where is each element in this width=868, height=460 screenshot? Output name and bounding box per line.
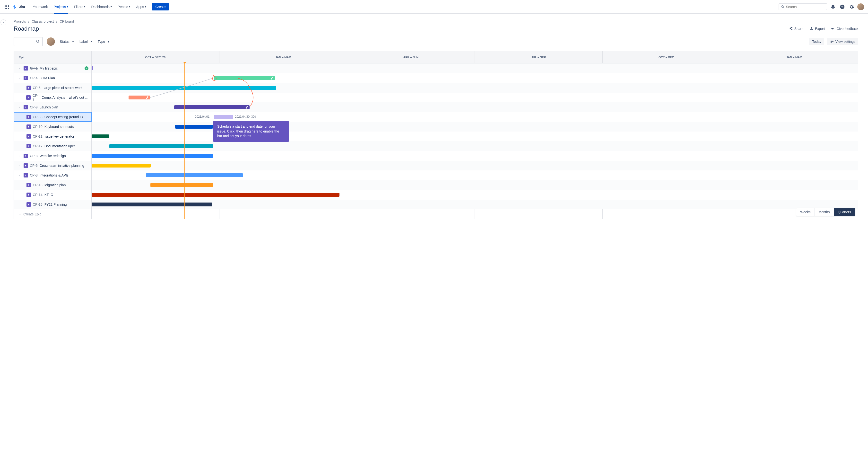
epic-cell[interactable]: ›CP-1My first epic✓: [14, 63, 92, 73]
epic-bar[interactable]: [92, 193, 339, 197]
epic-bar[interactable]: [92, 135, 109, 138]
epic-cell[interactable]: ›CP-9Launch plan: [14, 103, 92, 112]
epic-cell[interactable]: CP-11Issue key generator: [14, 132, 92, 141]
view-toggle-months[interactable]: Months: [815, 208, 834, 216]
bar-area[interactable]: [92, 151, 858, 161]
bar-area[interactable]: [92, 170, 858, 180]
settings-icon[interactable]: [848, 3, 855, 10]
epic-row: CP-13Migration plan: [14, 180, 858, 190]
epic-bar[interactable]: [92, 203, 212, 206]
epic-title: GTM Plan: [40, 76, 55, 80]
chevron-down-icon: ▾: [111, 5, 112, 8]
status-label: Status: [60, 40, 69, 44]
epic-cell[interactable]: CP-14KTLO: [14, 190, 92, 200]
notifications-icon[interactable]: [830, 3, 836, 10]
epic-cell[interactable]: CP-33Concept testing (round 1): [14, 112, 92, 122]
nav-item-people[interactable]: People▾: [116, 0, 132, 13]
expand-icon[interactable]: ›: [19, 154, 22, 157]
timeline-periods: OCT – DEC '20JAN – MARAPR – JUNJUL – SEP…: [92, 51, 858, 63]
bar-area[interactable]: [92, 103, 858, 112]
epic-cell[interactable]: ›CP-6Cross-team initiative planning: [14, 161, 92, 170]
epic-key: CP-6: [30, 164, 38, 168]
today-button[interactable]: Today: [809, 38, 824, 45]
bar-area[interactable]: [92, 190, 858, 200]
epic-cell[interactable]: ›CP-4GTM Plan: [14, 73, 92, 83]
epic-cell[interactable]: ›CP-3Website redesign: [14, 151, 92, 161]
bar-area[interactable]: [92, 122, 858, 132]
search-input[interactable]: [786, 5, 825, 9]
share-button[interactable]: Share: [788, 27, 803, 31]
bar-area[interactable]: [92, 83, 858, 93]
nav-item-dashboards[interactable]: Dashboards▾: [89, 0, 114, 13]
bar-area[interactable]: [92, 161, 858, 170]
epic-bar[interactable]: [175, 125, 213, 128]
epic-row: CP-14KTLO: [14, 190, 858, 200]
bar-area[interactable]: [92, 73, 858, 83]
schedule-tooltip: Schedule a start and end date for your i…: [213, 121, 289, 142]
create-epic-button[interactable]: +Create Epic: [14, 209, 92, 219]
epic-row: ›CP-1My first epic✓: [14, 63, 858, 73]
jira-logo[interactable]: Jira: [13, 4, 25, 9]
search-box[interactable]: [779, 3, 827, 10]
epic-cell[interactable]: CP-7Comp. Analysis – what's out the...: [14, 93, 92, 103]
expand-icon[interactable]: ›: [19, 174, 22, 177]
expand-icon[interactable]: ›: [19, 67, 22, 70]
bar-area[interactable]: [92, 63, 858, 73]
timeline-period: JUL – SEP: [475, 51, 602, 63]
expand-icon[interactable]: ›: [19, 77, 22, 80]
assignee-filter-avatar[interactable]: [46, 37, 55, 46]
export-button[interactable]: Export: [809, 27, 825, 31]
nav-item-your-work[interactable]: Your work: [31, 0, 50, 13]
nav-item-apps[interactable]: Apps▾: [134, 0, 148, 13]
epic-cell[interactable]: CP-12Documentation uplift: [14, 141, 92, 151]
app-switcher-icon[interactable]: [4, 4, 10, 10]
sidebar-expand-handle[interactable]: ›: [0, 20, 6, 25]
bar-area[interactable]: [92, 180, 858, 190]
user-avatar[interactable]: [857, 3, 864, 10]
feedback-button[interactable]: Give feedback: [831, 27, 859, 31]
bar-area[interactable]: [92, 93, 858, 103]
create-button[interactable]: Create: [152, 3, 169, 10]
epic-cell[interactable]: CP-10Keyboard shortcuts: [14, 122, 92, 132]
breadcrumb-board[interactable]: CP board: [60, 20, 74, 23]
nav-item-projects[interactable]: Projects▾: [52, 0, 70, 13]
bar-area[interactable]: 2021/04/012021/04/30 30dSchedule a start…: [92, 112, 858, 122]
breadcrumb-projects[interactable]: Projects: [13, 20, 26, 23]
bar-area[interactable]: [92, 132, 858, 141]
help-icon[interactable]: ?: [839, 3, 846, 10]
chevron-down-icon: ▾: [67, 5, 68, 8]
main-content: Projects / Classic project / CP board Ro…: [0, 13, 868, 219]
epic-cell[interactable]: CP-15FY22 Planning: [14, 200, 92, 209]
filters-right: Today View settings: [809, 38, 858, 45]
bar-area[interactable]: [92, 141, 858, 151]
epic-cell[interactable]: CP-13Migration plan: [14, 180, 92, 190]
roadmap-search[interactable]: [13, 37, 43, 46]
epic-cell[interactable]: CP-5Large piece of secret work: [14, 83, 92, 93]
expand-icon[interactable]: ›: [19, 106, 22, 109]
epic-bar[interactable]: [110, 144, 213, 148]
epic-bar[interactable]: [92, 66, 93, 70]
epic-title: KTLO: [44, 193, 54, 197]
breadcrumb-project-name[interactable]: Classic project: [32, 20, 54, 23]
view-toggle-quarters[interactable]: Quarters: [834, 208, 855, 216]
epic-bar[interactable]: [92, 86, 276, 90]
epic-bar[interactable]: [128, 95, 150, 99]
epic-bar[interactable]: [146, 173, 243, 177]
epic-cell[interactable]: ›CP-8Integrations & APIs: [14, 170, 92, 180]
epic-bar[interactable]: [92, 164, 151, 168]
epic-bar[interactable]: [174, 105, 250, 109]
label-filter[interactable]: Label▾: [79, 38, 93, 45]
view-settings-button[interactable]: View settings: [827, 38, 858, 45]
epic-bar[interactable]: [150, 183, 213, 187]
breadcrumb-separator: /: [28, 20, 29, 23]
bar-area[interactable]: [92, 200, 858, 209]
nav-item-filters[interactable]: Filters▾: [72, 0, 87, 13]
epic-bar[interactable]: [214, 76, 275, 80]
type-filter[interactable]: Type▾: [97, 38, 110, 45]
epic-bar[interactable]: [92, 154, 213, 158]
view-toggle-weeks[interactable]: Weeks: [796, 208, 815, 216]
expand-icon[interactable]: ›: [19, 164, 22, 167]
page-header: Roadmap Share Export Give feedback: [13, 25, 858, 32]
epic-bar-placeholder[interactable]: [214, 115, 233, 119]
status-filter[interactable]: Status▾: [59, 38, 74, 45]
